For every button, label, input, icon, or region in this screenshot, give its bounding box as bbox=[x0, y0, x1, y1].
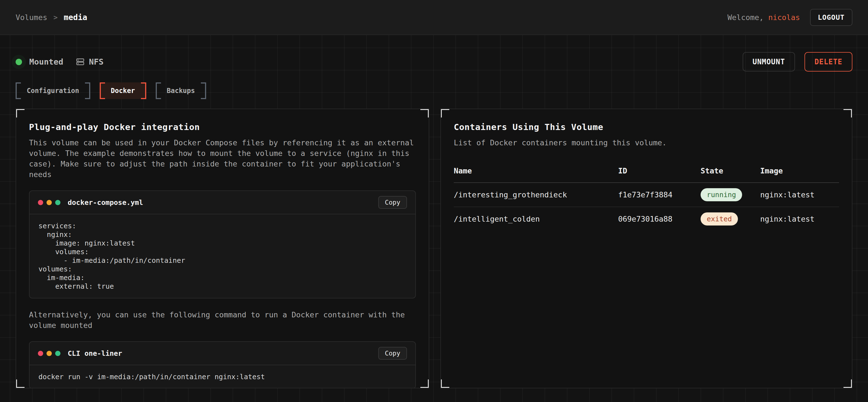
corner-bracket-icon bbox=[420, 108, 429, 118]
corner-bracket-icon bbox=[440, 108, 449, 118]
docker-panel-description: This volume can be used in your Docker C… bbox=[29, 137, 416, 180]
containers-panel: Containers Using This Volume List of Doc… bbox=[440, 108, 852, 388]
table-row: /intelligent_colden 069e73016a88 exited … bbox=[454, 207, 839, 231]
cell-container-image: nginx:latest bbox=[760, 215, 839, 223]
table-header-name: Name bbox=[454, 166, 618, 175]
fs-type: NFS bbox=[75, 57, 103, 67]
cell-container-id: 069e73016a88 bbox=[618, 215, 701, 223]
compose-filename: docker-compose.yml bbox=[68, 199, 143, 207]
cli-code-header: CLI one-liner Copy bbox=[30, 342, 415, 365]
logout-button[interactable]: LOGOUT bbox=[810, 9, 852, 26]
traffic-light-red-icon bbox=[38, 200, 43, 205]
status-group: Mounted NFS bbox=[16, 57, 104, 67]
compose-code-block: docker-compose.yml Copy services: nginx:… bbox=[29, 191, 416, 298]
mounted-dot-icon bbox=[16, 59, 22, 65]
cell-container-name: /interesting_grothendieck bbox=[454, 191, 618, 199]
delete-button[interactable]: DELETE bbox=[805, 52, 852, 72]
corner-bracket-icon bbox=[843, 379, 852, 388]
cell-container-id: f1e73e7f3884 bbox=[618, 191, 701, 199]
top-bar: Volumes > media Welcome, nicolas LOGOUT bbox=[0, 0, 868, 35]
cli-title: CLI one-liner bbox=[68, 349, 122, 358]
welcome-text: Welcome, nicolas bbox=[727, 13, 800, 22]
corner-bracket-icon bbox=[843, 108, 852, 118]
corner-bracket-icon bbox=[16, 108, 25, 118]
compose-code: services: nginx: image: nginx:latest vol… bbox=[30, 214, 415, 298]
panels-row: Plug-and-play Docker integration This vo… bbox=[16, 108, 852, 388]
cell-container-image: nginx:latest bbox=[760, 191, 839, 199]
cell-container-name: /intelligent_colden bbox=[454, 215, 618, 223]
compose-code-header: docker-compose.yml Copy bbox=[30, 191, 415, 214]
traffic-light-yellow-icon bbox=[46, 200, 52, 205]
state-badge: exited bbox=[701, 212, 738, 226]
corner-bracket-icon bbox=[440, 379, 449, 388]
docker-panel-title: Plug-and-play Docker integration bbox=[29, 122, 416, 132]
cli-code-block: CLI one-liner Copy docker run -v im-medi… bbox=[29, 341, 416, 388]
traffic-light-green-icon bbox=[55, 200, 60, 205]
status-row: Mounted NFS UNMOUNT DELETE bbox=[16, 35, 852, 71]
tab-docker[interactable]: Docker bbox=[100, 82, 146, 99]
cli-copy-button[interactable]: Copy bbox=[378, 347, 407, 360]
corner-bracket-icon bbox=[420, 379, 429, 388]
mounted-status: Mounted bbox=[16, 57, 63, 67]
table-body: /interesting_grothendieck f1e73e7f3884 r… bbox=[454, 183, 839, 231]
tab-backups[interactable]: Backups bbox=[156, 82, 206, 99]
traffic-light-green-icon bbox=[55, 351, 60, 356]
breadcrumb: Volumes > media bbox=[16, 13, 87, 22]
table-header-row: Name ID State Image bbox=[454, 166, 839, 183]
traffic-lights bbox=[38, 351, 60, 356]
containers-table: Name ID State Image /interesting_grothen… bbox=[454, 166, 839, 231]
table-header-state: State bbox=[701, 166, 760, 175]
tab-bar: Configuration Docker Backups bbox=[16, 82, 852, 99]
topbar-right: Welcome, nicolas LOGOUT bbox=[727, 9, 852, 26]
table-header-id: ID bbox=[618, 166, 701, 175]
breadcrumb-separator-icon: > bbox=[54, 13, 58, 22]
mounted-label: Mounted bbox=[29, 57, 63, 67]
containers-panel-subtitle: List of Docker containers mounting this … bbox=[454, 137, 839, 148]
username: nicolas bbox=[768, 13, 800, 22]
corner-bracket-icon bbox=[16, 379, 25, 388]
tab-configuration[interactable]: Configuration bbox=[16, 82, 90, 99]
table-header-image: Image bbox=[760, 166, 839, 175]
volume-actions: UNMOUNT DELETE bbox=[743, 52, 853, 72]
nfs-label: NFS bbox=[89, 57, 103, 67]
traffic-light-red-icon bbox=[38, 351, 43, 356]
cli-intro-text: Alternatively, you can use the following… bbox=[29, 309, 416, 331]
table-row: /interesting_grothendieck f1e73e7f3884 r… bbox=[454, 183, 839, 207]
breadcrumb-current-volume: media bbox=[64, 13, 87, 22]
compose-copy-button[interactable]: Copy bbox=[378, 196, 407, 209]
traffic-lights bbox=[38, 200, 60, 205]
docker-integration-panel: Plug-and-play Docker integration This vo… bbox=[16, 108, 429, 388]
cli-code: docker run -v im-media:/path/in/containe… bbox=[30, 365, 415, 388]
state-badge: running bbox=[701, 188, 742, 201]
welcome-prefix: Welcome, bbox=[727, 13, 768, 22]
server-icon bbox=[75, 57, 85, 67]
main-content: Mounted NFS UNMOUNT DELETE Configuration… bbox=[0, 35, 868, 402]
containers-panel-title: Containers Using This Volume bbox=[454, 122, 839, 132]
unmount-button[interactable]: UNMOUNT bbox=[743, 52, 795, 72]
breadcrumb-volumes-link[interactable]: Volumes bbox=[16, 13, 48, 22]
traffic-light-yellow-icon bbox=[46, 351, 52, 356]
